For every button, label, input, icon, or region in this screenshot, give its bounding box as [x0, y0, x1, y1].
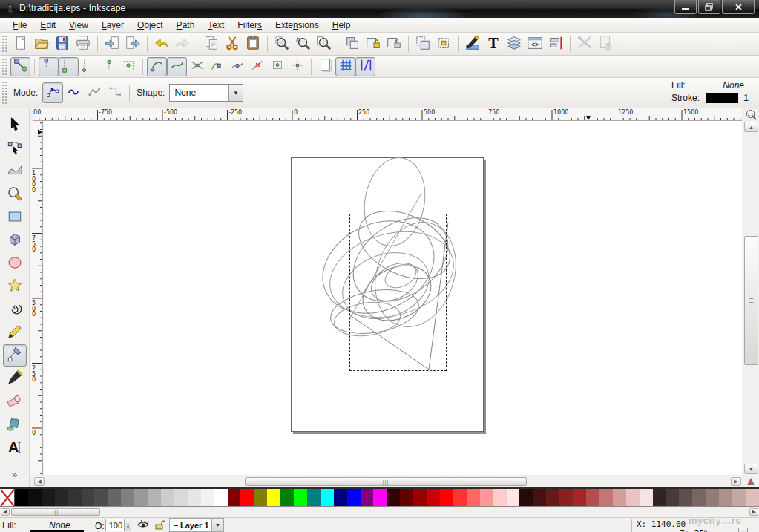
canvas[interactable] [44, 121, 742, 475]
palette-swatch[interactable] [347, 489, 361, 506]
palette-swatch[interactable] [214, 489, 228, 506]
tool-eraser-button[interactable] [3, 390, 27, 413]
palette-swatch[interactable] [400, 489, 413, 506]
shape-combobox-arrow[interactable]: ▼ [228, 85, 243, 101]
palette-swatch[interactable] [108, 489, 121, 506]
tool-3dbox-button[interactable] [3, 229, 27, 252]
tool-pen-button[interactable] [3, 344, 27, 367]
palette-swatch[interactable] [42, 489, 55, 506]
palette-swatch[interactable] [640, 489, 653, 506]
snap-guides-button[interactable] [355, 57, 375, 76]
palette-swatch[interactable] [519, 489, 533, 506]
snap-path-intersections-button[interactable] [187, 57, 207, 76]
palette-swatch[interactable] [28, 489, 42, 506]
redo-button[interactable] [172, 33, 193, 54]
text-dialog-button[interactable]: T [483, 33, 504, 54]
palette-swatch-none[interactable] [0, 489, 15, 506]
palette-swatch[interactable] [719, 489, 732, 506]
scroll-right-button[interactable]: ▶ [731, 477, 741, 486]
palette-swatch[interactable] [573, 489, 586, 506]
minimize-button[interactable] [674, 0, 697, 14]
palette-swatch[interactable] [427, 489, 440, 506]
tool-selector-button[interactable] [3, 114, 27, 137]
tool-ellipse-button[interactable] [3, 252, 27, 275]
toolbox-expander-button[interactable]: » [3, 469, 27, 480]
vertical-scroll-thumb[interactable]: ☰ [744, 236, 758, 365]
scroll-up-button[interactable]: ▲ [744, 122, 758, 132]
color-managed-display-toggle[interactable] [743, 476, 759, 487]
zoom-to-page-button[interactable] [313, 33, 334, 54]
new-document-button[interactable] [10, 33, 31, 54]
group-objects-button[interactable] [413, 33, 433, 54]
zoom-spinner-icon[interactable] [738, 528, 748, 532]
palette-swatch[interactable] [679, 489, 692, 506]
menu-edit[interactable]: Edit [33, 19, 62, 32]
mode-bezier-button[interactable] [42, 82, 63, 103]
palette-swatch[interactable] [626, 489, 640, 506]
palette-swatch[interactable] [692, 489, 706, 506]
snap-grids-button[interactable] [335, 57, 355, 76]
stroke-color-swatch[interactable] [706, 93, 738, 103]
tool-rectangle-button[interactable] [3, 206, 27, 229]
layer-selector[interactable]: Layer 1 ▼ [169, 518, 224, 532]
cut-button[interactable] [222, 33, 243, 54]
zoom-to-drawing-button[interactable] [292, 33, 313, 54]
shape-combobox[interactable]: None ▼ [169, 84, 243, 102]
palette-scroll-right-button[interactable]: ▶ [749, 508, 758, 516]
tool-tweak-button[interactable] [3, 160, 27, 183]
menu-help[interactable]: Help [326, 19, 358, 32]
unlink-clone-button[interactable] [384, 33, 404, 54]
create-clone-button[interactable] [363, 33, 384, 54]
palette-swatch[interactable] [453, 489, 467, 506]
palette-swatch[interactable] [188, 489, 201, 506]
enable-snapping-button[interactable] [10, 57, 30, 76]
toolbar-gripper[interactable] [1, 58, 7, 75]
palette-swatch[interactable] [15, 489, 28, 506]
snap-line-midpoints-button[interactable] [247, 57, 267, 76]
palette-swatch[interactable] [68, 489, 82, 506]
tool-pencil-button[interactable] [3, 321, 27, 344]
snap-bbox-edge-midpoints-button[interactable] [99, 57, 119, 76]
mode-spiro-button[interactable] [63, 82, 84, 103]
palette-swatch[interactable] [361, 489, 374, 506]
snap-nodes-button[interactable] [147, 57, 167, 76]
palette-swatch[interactable] [161, 489, 174, 506]
save-document-button[interactable] [52, 33, 73, 54]
title-bar[interactable]: D:\tradicija.eps - Inkscape [0, 0, 759, 18]
palette-swatch[interactable] [174, 489, 188, 506]
palette-swatch[interactable] [613, 489, 626, 506]
palette-swatch[interactable] [321, 489, 334, 506]
menu-file[interactable]: File [6, 19, 33, 32]
palette-swatch[interactable] [546, 489, 559, 506]
xml-editor-button[interactable]: <> [525, 33, 545, 54]
menu-view[interactable]: View [62, 19, 95, 32]
palette-swatch[interactable] [254, 489, 267, 506]
fill-and-stroke-dialog-button[interactable] [462, 33, 483, 54]
palette-swatch[interactable] [666, 489, 679, 506]
open-document-button[interactable] [31, 33, 52, 54]
snap-smooth-nodes-button[interactable] [227, 57, 247, 76]
palette-swatch[interactable] [559, 489, 573, 506]
palette-swatch[interactable] [267, 489, 280, 506]
palette-swatch[interactable] [467, 489, 480, 506]
palette-swatch[interactable] [82, 489, 95, 506]
copy-button[interactable] [201, 33, 222, 54]
menu-text[interactable]: Text [201, 19, 231, 32]
snap-bounding-box-button[interactable] [39, 57, 59, 76]
palette-swatch[interactable] [240, 489, 254, 506]
palette-swatch[interactable] [228, 489, 241, 506]
tool-spiral-button[interactable] [3, 298, 27, 321]
palette-swatch[interactable] [121, 489, 134, 506]
mode-straight-button[interactable] [84, 82, 105, 103]
tool-calligraphy-button[interactable] [3, 367, 27, 390]
palette-swatch[interactable] [294, 489, 307, 506]
palette-swatch[interactable] [533, 489, 546, 506]
fill-value[interactable]: None [704, 80, 753, 91]
palette-swatch[interactable] [653, 489, 666, 506]
horizontal-scroll-thumb[interactable]: ||| [245, 477, 527, 486]
layers-dialog-button[interactable] [504, 33, 525, 54]
horizontal-ruler[interactable]: -1000-750-500-2500250500750100012501500 [33, 108, 742, 121]
horizontal-scrollbar[interactable]: ◀ ||| ▶ [33, 476, 742, 487]
mode-paraxial-button[interactable] [105, 82, 125, 103]
palette-swatch[interactable] [732, 489, 746, 506]
